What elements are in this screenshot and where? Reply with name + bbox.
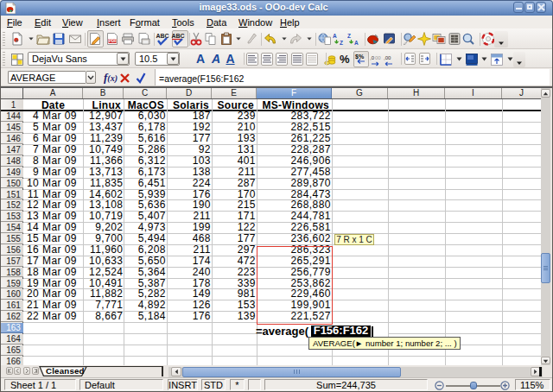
svg-text:A: A <box>333 33 337 39</box>
svg-text:ABC: ABC <box>172 33 185 39</box>
svg-text:,00: ,00 <box>384 55 391 60</box>
svg-text:Z: Z <box>347 33 351 39</box>
svg-text:Z: Z <box>340 40 343 46</box>
svg-text:ABC: ABC <box>156 33 169 39</box>
svg-text:A: A <box>354 40 359 46</box>
svg-text:PDF: PDF <box>109 39 117 43</box>
svg-text:00: 00 <box>375 55 381 60</box>
svg-text:,0: ,0 <box>370 55 375 60</box>
